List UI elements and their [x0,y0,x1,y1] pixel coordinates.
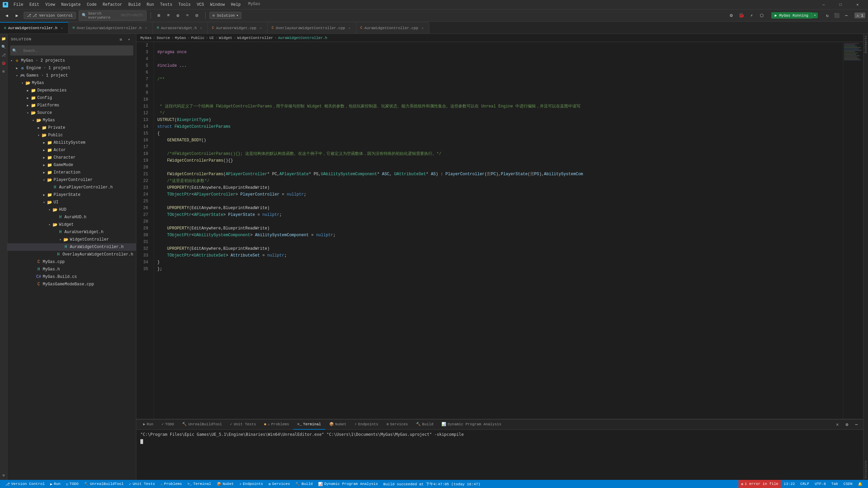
status-indentation[interactable]: Tab [829,480,841,488]
panel-tab-unreal-build-tool[interactable]: 🔨 UnrealBuildTool [178,420,226,430]
breadcrumb-widget[interactable]: Widget [219,36,233,40]
error-badge[interactable]: ⊗ 1 error in file [738,480,781,488]
solution-button[interactable]: ⊙ Solution ▾ [210,12,242,19]
tab-aura-widget-controller-cpp[interactable]: C AuraWidgetController.cpp ✕ [356,22,429,34]
status-dpa[interactable]: 📊 Dynamic Program Analysis [315,480,380,488]
tree-item-hud[interactable]: ▾ 📂 HUD [7,206,136,214]
panel-settings-icon[interactable]: ⚙ [843,421,851,429]
status-ubt[interactable]: 🔨 UnrealBuildTool [81,480,126,488]
status-notifications[interactable]: 🔔 [855,480,865,488]
tree-item-actor[interactable]: ▶ 📁 Actor [7,146,136,154]
status-version-control[interactable]: ⎇ Version Control [3,480,47,488]
tree-item-platforms[interactable]: ▶ 📁 Platforms [7,102,136,109]
tree-item-public[interactable]: ▾ 📂 Public [7,131,136,139]
run-dropdown-button[interactable]: ▾ [812,13,818,18]
status-line-endings[interactable]: CRLF [797,480,812,488]
tree-item-ui[interactable]: ▾ 📂 UI [7,199,136,206]
tab-close-6[interactable]: ✕ [420,26,425,30]
menu-build[interactable]: Build [125,2,143,8]
menu-edit[interactable]: Edit [27,2,42,8]
toolbar-icon-3[interactable]: ⚙ [174,12,182,20]
status-run-btn[interactable]: ▶ Run [47,480,63,488]
tree-item-aura-user-widget-h[interactable]: H AuraUserWidget.h [7,228,136,236]
maximize-button[interactable]: □ [833,0,848,9]
toolbar-icon-5[interactable]: ⊟ [193,12,201,20]
tree-item-mygas-cpp[interactable]: C MyGas.cpp [7,258,136,266]
panel-tab-endpoints[interactable]: ⚡ Endpoints [351,420,382,430]
code-editor[interactable]: 2 3 4 5 6 7 8 9 10 11 12 13 14 15 16 17 … [136,42,863,419]
toolbar-icon-1[interactable]: ⊞ [155,12,163,20]
minimap[interactable] [843,42,863,419]
breadcrumb-public[interactable]: Public [191,36,204,40]
tab-close-1[interactable]: ✕ [59,26,64,30]
sidebar-tool-btn-1[interactable]: ⊞ [118,36,124,43]
tab-close-5[interactable]: ✕ [347,26,352,30]
tree-item-widget-controller[interactable]: ▾ 📂 WidgetController [7,236,136,243]
status-csdn[interactable]: CSDN [841,480,855,488]
breadcrumb-file[interactable]: AuraWidgetController.h [278,36,327,40]
tree-item-mygas-root[interactable]: ▾ 📂 MyGas [7,79,136,87]
code-content[interactable]: #pragma once #include ... /** * 这段代码定义了一… [154,42,843,419]
perf-icon-btn[interactable]: ⚡ [748,12,756,20]
breadcrumb-ui[interactable]: UI [210,36,214,40]
menu-tools[interactable]: Tools [176,2,193,8]
search-bar[interactable]: 🔍 Search everywhere Shift+Shift [79,11,146,21]
toolbar-icon-4[interactable]: ≈ [183,12,192,20]
status-endpoints[interactable]: ⚡ Endpoints [237,480,266,488]
tree-item-widget[interactable]: ▾ 📂 Widget [7,221,136,228]
tree-item-mygas-h[interactable]: H MyGas.h [7,266,136,273]
menu-file[interactable]: File [11,2,26,8]
panel-content[interactable]: "C:\Program Files\Epic Games\UE_5.1\Engi… [136,430,863,480]
debug-activity-icon[interactable]: 🐞 [0,60,7,66]
tree-item-interaction[interactable]: ▶ 📁 Interaction [7,169,136,176]
panel-more-icon[interactable]: ⋯ [852,421,861,429]
tree-item-game-mode[interactable]: ▶ 📁 GameMode [7,161,136,169]
version-control-button[interactable]: ⎇ ⎇ Version Control [24,12,76,19]
tree-item-aura-player-controller-h[interactable]: H AuraPlayerController.h [7,184,136,191]
run-button[interactable]: ▶ MyGas Running [771,12,812,19]
tree-item-mygas-src[interactable]: ▾ 📂 MyGas [7,117,136,124]
right-sidebar-bookmarks[interactable]: Bookmarks [864,35,868,53]
tree-item-aura-widget-controller-h[interactable]: H AuraWidgetController.h [7,243,136,251]
status-terminal[interactable]: >_ Terminal [185,480,214,488]
panel-tab-build[interactable]: 🔨 Build [412,420,437,430]
tab-overlay-aura-widget-controller-h[interactable]: H OverlayAuraWidgetController.h ✕ [68,22,153,34]
debug-icon-btn[interactable]: 🐞 [737,12,746,20]
panel-tab-todo[interactable]: ✓ TODO [157,420,178,430]
right-sidebar-structure[interactable]: Structure [864,461,868,479]
status-services[interactable]: ⚙ Services [266,480,293,488]
breadcrumb-mygas[interactable]: MyGas [140,36,152,40]
breadcrumb-source[interactable]: Source [157,36,170,40]
breadcrumb-mygas2[interactable]: MyGas [175,36,186,40]
extensions-activity-icon[interactable]: ⊞ [0,68,7,75]
status-nuget[interactable]: 📦 NuGet [214,480,237,488]
tree-item-overlay-aura-widget-controller-h[interactable]: H OverlayAuraWidgetController.h [7,251,136,258]
settings-activity-icon[interactable]: ⚙ [0,472,7,479]
alert-badge[interactable]: ⚠ 1 [854,13,865,18]
tree-item-character[interactable]: ▶ 📁 Character [7,154,136,161]
menu-code[interactable]: Code [84,2,99,8]
tree-item-deps[interactable]: ▶ 📁 Dependencies [7,87,136,94]
tab-aura-widget-controller-h[interactable]: H AuraWidgetController.h ✕ [0,22,68,34]
menu-tests[interactable]: Tests [157,2,175,8]
back-button[interactable]: ◀ [3,12,11,20]
menu-run[interactable]: Run [144,2,157,8]
tree-item-solution[interactable]: ▾ ⊙ MyGas · 2 projects [7,57,136,64]
status-todo[interactable]: ☑ TODO [63,480,81,488]
tree-item-games[interactable]: ▾ 🎮 Games · 1 project [7,72,136,79]
stop-icon-btn[interactable]: ⬛ [833,12,841,20]
tree-item-engine[interactable]: ▶ ⚙ Engine · 1 project [7,64,136,72]
tree-item-private[interactable]: ▶ 📁 Private [7,124,136,131]
sidebar-search-bar[interactable]: 🔍 [10,45,133,56]
search-activity-icon[interactable]: 🔍 [0,43,7,50]
tree-item-aura-hud-h[interactable]: H AuraHUD.h [7,214,136,221]
panel-tab-terminal[interactable]: >_ Terminal [293,420,325,430]
panel-tab-dpa[interactable]: 📊 Dynamic Program Analysis [437,420,505,430]
tab-overlay-aura-widget-controller-cpp[interactable]: C OverlayAuraWidgetController.cpp ✕ [268,22,356,34]
tree-item-ability-system[interactable]: ▶ 📁 AbilitySystem [7,139,136,146]
panel-tab-unit-tests[interactable]: ✓ Unit Tests [226,420,260,430]
tree-item-mygas-build-cs[interactable]: C# MyGas.Build.cs [7,273,136,281]
tab-aura-user-widget-cpp[interactable]: C AuraUserWidget.cpp ✕ [208,22,268,34]
tab-aura-user-widget-h[interactable]: H AuraUserWidget.h ✕ [153,22,208,34]
settings-icon-btn[interactable]: ⚙ [727,12,735,20]
